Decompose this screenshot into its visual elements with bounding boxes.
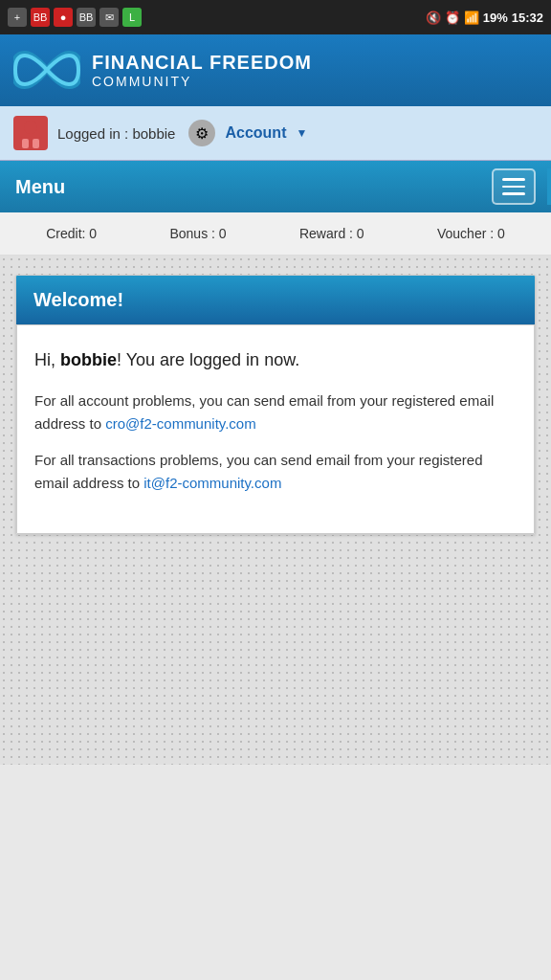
- voucher-stat: Voucher : 0: [437, 226, 505, 241]
- hi-prefix: Hi,: [34, 350, 60, 369]
- menu-label: Menu: [15, 176, 65, 198]
- svg-point-0: [24, 121, 37, 134]
- hamburger-button[interactable]: [492, 168, 536, 205]
- svg-rect-2: [22, 139, 29, 148]
- bottom-background: [0, 554, 551, 765]
- infinity-logo-svg: [13, 44, 80, 97]
- mail-icon: ✉: [99, 8, 119, 27]
- bb2-icon: BB: [77, 8, 96, 27]
- alarm-icon: ⏰: [445, 11, 460, 25]
- email-account-link[interactable]: cro@f2-community.com: [105, 415, 255, 432]
- hi-suffix: ! You are logged in now.: [117, 350, 299, 369]
- line-icon: L: [122, 8, 142, 27]
- bb-icon: BB: [31, 8, 50, 27]
- account-para-text: For all account problems, you can send e…: [34, 392, 494, 432]
- status-icons: + BB ● BB ✉ L: [8, 8, 142, 27]
- welcome-heading: Welcome!: [33, 289, 518, 311]
- menu-bar: Menu ‹: [0, 161, 551, 212]
- hamburger-line-3: [502, 192, 525, 195]
- svg-rect-3: [33, 139, 39, 148]
- transaction-para: For all transactions problems, you can s…: [34, 449, 517, 495]
- account-label[interactable]: Account: [225, 124, 286, 142]
- account-bar: Logged in : bobbie ⚙ Account ▼: [0, 106, 551, 161]
- welcome-card: Welcome! Hi, bobbie! You are logged in n…: [15, 275, 536, 535]
- hi-line: Hi, bobbie! You are logged in now.: [34, 346, 517, 374]
- credit-stat: Credit: 0: [46, 226, 97, 241]
- site-title-line2: COMMUNITY: [92, 74, 312, 89]
- time-display: 15:32: [512, 11, 543, 25]
- dot-icon: ●: [54, 8, 73, 27]
- signal-icon: 📶: [464, 11, 479, 25]
- side-tab[interactable]: ‹: [547, 168, 551, 205]
- chevron-down-icon[interactable]: ▼: [296, 126, 307, 140]
- account-para: For all account problems, you can send e…: [34, 390, 517, 435]
- logged-in-text: Logged in : bobbie: [57, 125, 175, 142]
- reward-stat: Reward : 0: [299, 226, 364, 241]
- site-title-line1: FINANCIAL FREEDOM: [92, 52, 312, 74]
- logo: [13, 44, 80, 97]
- stats-bar: Credit: 0 Bonus : 0 Reward : 0 Voucher :…: [0, 212, 551, 256]
- avatar-svg: [15, 118, 46, 148]
- user-avatar-icon: [13, 116, 48, 150]
- bonus-stat: Bonus : 0: [169, 226, 226, 241]
- email-transaction-link[interactable]: it@f2-community.com: [143, 475, 281, 491]
- battery-text: 19%: [483, 11, 508, 25]
- main-content: Welcome! Hi, bobbie! You are logged in n…: [0, 256, 551, 554]
- gear-icon[interactable]: ⚙: [188, 120, 215, 146]
- welcome-content: Hi, bobbie! You are logged in now. For a…: [16, 324, 535, 534]
- mute-icon: 🔇: [426, 11, 441, 25]
- username-bold: bobbie: [60, 350, 117, 369]
- welcome-header: Welcome!: [16, 276, 535, 324]
- status-bar: + BB ● BB ✉ L 🔇 ⏰ 📶 19% 15:32: [0, 0, 551, 34]
- site-header: FINANCIAL FREEDOM COMMUNITY: [0, 34, 551, 106]
- hamburger-line-2: [502, 186, 525, 189]
- hamburger-line-1: [502, 178, 525, 181]
- status-right-icons: 🔇 ⏰ 📶 19% 15:32: [426, 11, 543, 25]
- site-title-block: FINANCIAL FREEDOM COMMUNITY: [92, 52, 312, 89]
- add-icon: +: [8, 8, 27, 27]
